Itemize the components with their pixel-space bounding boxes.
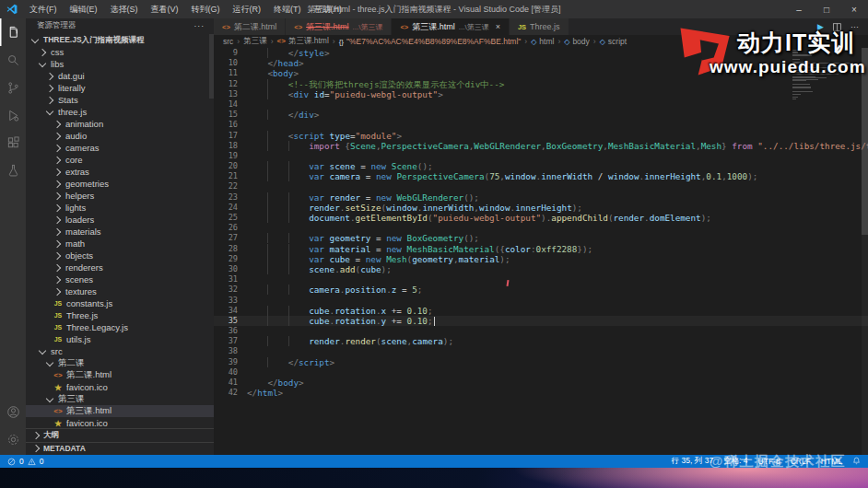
menu-item-5[interactable]: 运行(R) — [227, 4, 268, 16]
run-and-debug-icon[interactable] — [0, 101, 26, 129]
code-line[interactable]: 14 — [214, 99, 868, 110]
code-line[interactable]: 32 camera.position.z = 5; — [214, 285, 868, 295]
code-line[interactable]: 41 </body> — [214, 378, 868, 388]
tree-item[interactable]: dat.gui — [26, 70, 214, 82]
tree-item[interactable]: animation — [26, 118, 214, 130]
code-line[interactable]: 21 var camera = new PerspectiveCamera(75… — [214, 171, 868, 181]
code-line[interactable]: 27 var geometry = new BoxGeometry(); — [214, 233, 868, 243]
code-line[interactable]: 35 cube.rotation.y += 0.10; — [214, 316, 868, 326]
code-line[interactable]: 16 — [214, 120, 868, 130]
close-tab-icon[interactable]: × — [496, 22, 500, 31]
metadata-panel-header[interactable]: METADATA — [26, 442, 214, 456]
code-line[interactable]: 23 var render = new WebGLRenderer(); — [214, 192, 868, 203]
sidebar-scrollbar[interactable] — [209, 34, 214, 99]
code-line[interactable]: 38 — [214, 346, 868, 356]
code-line[interactable]: 10 </head> — [214, 58, 868, 68]
extensions-icon[interactable] — [0, 129, 26, 157]
editor-scrollbar[interactable] — [862, 48, 868, 455]
split-editor-icon[interactable] — [832, 22, 842, 32]
outline-panel-header[interactable]: 大纲 — [26, 428, 214, 442]
source-control-icon[interactable] — [0, 74, 26, 101]
menu-item-4[interactable]: 转到(G) — [185, 4, 227, 16]
tree-item[interactable]: extras — [26, 166, 214, 178]
code-line[interactable]: 34 cube.rotation.x += 0.10; — [214, 306, 868, 316]
menu-item-2[interactable]: 选择(S) — [104, 4, 145, 16]
code-line[interactable]: 26 — [214, 223, 868, 233]
tree-item[interactable]: loaders — [26, 214, 214, 226]
minimap[interactable] — [792, 50, 859, 99]
tree-item[interactable]: JSThree.Legacy.js — [26, 321, 214, 333]
menu-item-6[interactable]: 终端(T) — [267, 4, 308, 16]
code-line[interactable]: 9 </style> — [214, 48, 868, 58]
code-line[interactable]: 18 import {Scene,PerspectiveCamera,WebGL… — [214, 141, 868, 151]
tree-item[interactable]: 第三课 — [26, 393, 214, 405]
tab-0[interactable]: <>第二课.html — [214, 18, 286, 35]
code-line[interactable]: 36 — [214, 326, 868, 336]
breadcrumb-item[interactable]: 第三课 — [243, 36, 267, 47]
tree-item[interactable]: Stats — [26, 94, 214, 106]
tree-item[interactable]: math — [26, 238, 214, 250]
status-item-1[interactable]: 空格: 4 — [723, 456, 747, 467]
status-item-2[interactable]: UTF-8 — [758, 457, 780, 466]
explorer-icon[interactable] — [0, 18, 26, 46]
code-line[interactable]: 25 document.getElementById("puiedu-webgl… — [214, 213, 868, 223]
code-line[interactable]: 31 — [214, 274, 868, 285]
code-editor[interactable]: 9 </style>10 </head>11 <body>12 <!--我们将把… — [214, 48, 868, 455]
code-line[interactable]: 30 scene.add(cube); — [214, 264, 868, 274]
maximize-icon[interactable]: □ — [813, 0, 840, 18]
tree-item[interactable]: 第二课 — [26, 357, 214, 369]
code-line[interactable]: 22 — [214, 181, 868, 192]
tree-item[interactable]: scenes — [26, 273, 214, 285]
more-actions-icon[interactable]: ··· — [850, 22, 859, 31]
run-code-icon[interactable]: ▶ — [817, 22, 824, 31]
explorer-more-actions-icon[interactable]: ··· — [194, 21, 205, 30]
tree-item[interactable]: JSconstants.js — [26, 297, 214, 309]
tree-item[interactable]: audio — [26, 130, 214, 142]
tab-1[interactable]: <>第三课.html...\第三课 — [286, 18, 392, 35]
tree-item[interactable]: JSutils.js — [26, 333, 214, 345]
code-line[interactable]: 28 var material = new MeshBasicMaterial(… — [214, 244, 868, 254]
tree-item[interactable]: <>第三课.html — [26, 405, 214, 417]
tree-item[interactable]: geometries — [26, 178, 214, 190]
breadcrumb-item[interactable]: src — [223, 37, 233, 46]
tree-item[interactable]: libs — [26, 58, 214, 70]
status-item-0[interactable]: 行 35, 列 37 — [672, 456, 713, 467]
minimize-icon[interactable]: – — [785, 0, 813, 18]
tab-3[interactable]: JSThree.js — [510, 18, 569, 35]
testing-icon[interactable] — [0, 157, 26, 184]
tree-item[interactable]: THREE.JS入门指南视频课程 — [26, 34, 214, 46]
tree-item[interactable]: <>第二课.html — [26, 369, 214, 381]
scrollbar-slider[interactable] — [862, 48, 868, 235]
account-icon[interactable] — [0, 398, 26, 425]
tree-item[interactable]: three.js — [26, 106, 214, 118]
code-line[interactable]: 24 render.setSize(window.innerWidth,wind… — [214, 203, 868, 213]
code-line[interactable]: 20 var scene = new Scene(); — [214, 161, 868, 171]
code-line[interactable]: 19 — [214, 151, 868, 161]
code-line[interactable]: 33 — [214, 296, 868, 306]
tree-item[interactable]: lights — [26, 202, 214, 214]
tree-item[interactable]: renderers — [26, 261, 214, 273]
breadcrumb-item[interactable]: ◇script — [600, 37, 627, 46]
tree-item[interactable]: literally — [26, 82, 214, 94]
menu-item-3[interactable]: 查看(V) — [145, 4, 185, 16]
code-line[interactable]: 40 — [214, 367, 868, 378]
breadcrumb-item[interactable]: {}"%E7%AC%AC%E4%B8%89%E8%AF%BE.html" — [339, 37, 522, 46]
breadcrumb-item[interactable]: ◇body — [564, 37, 590, 46]
menu-item-0[interactable]: 文件(F) — [23, 4, 64, 16]
tree-item[interactable]: objects — [26, 250, 214, 261]
tree-item[interactable]: ★favicon.ico — [26, 381, 214, 393]
menu-item-1[interactable]: 编辑(E) — [64, 4, 104, 16]
tab-2[interactable]: <>第三课.html...\第三课× — [392, 18, 509, 35]
tree-item[interactable]: src — [26, 345, 214, 357]
problems-status[interactable]: 0 0 — [7, 457, 43, 466]
settings-gear-icon[interactable] — [0, 425, 26, 453]
code-line[interactable]: 12 <!--我们将把threejs渲染的效果显示在这个div中--> — [214, 79, 868, 89]
tree-item[interactable]: cameras — [26, 142, 214, 154]
status-item-3[interactable]: CRLF — [791, 457, 811, 466]
code-line[interactable]: 29 var cube = new Mesh(geometry,material… — [214, 254, 868, 264]
code-line[interactable]: 13 <div id="puiedu-webgl-output"> — [214, 89, 868, 99]
tree-item[interactable]: JSThree.js — [26, 309, 214, 321]
breadcrumb-item[interactable]: ◇html — [531, 37, 554, 46]
tree-item[interactable]: materials — [26, 226, 214, 238]
close-icon[interactable]: × — [840, 0, 868, 18]
